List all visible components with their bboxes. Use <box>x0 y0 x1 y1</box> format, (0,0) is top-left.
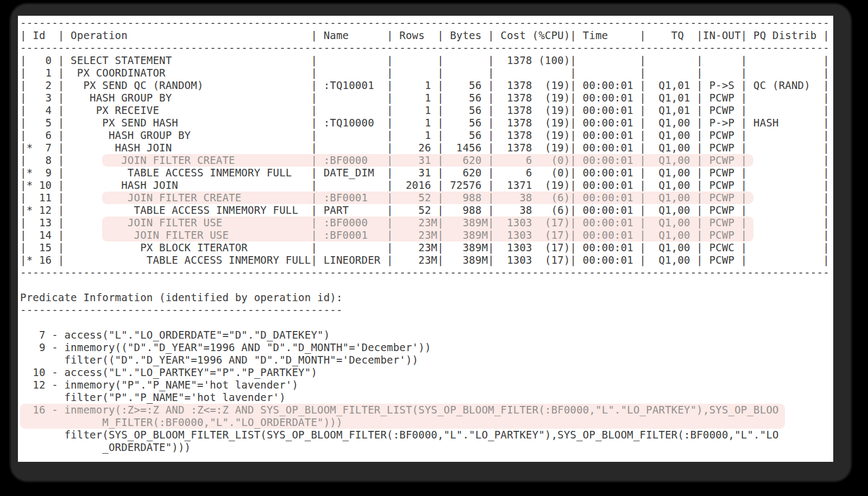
plan-table-row-4: | 4 | PX RECEIVE | | 1 | 56 | 1378 (19)|… <box>20 104 829 117</box>
blank-line <box>20 279 829 291</box>
sql-plan-output-panel: ----------------------------------------… <box>18 16 833 462</box>
explain-plan-text: ----------------------------------------… <box>20 17 829 454</box>
predicate-line-9: _ORDERDATE"))) <box>20 441 829 454</box>
plan-table-header: | Id | Operation | Name | Rows | Bytes |… <box>20 29 829 42</box>
predicate-line-3: 10 - access("L"."LO_PARTKEY"="P"."P_PART… <box>20 366 829 379</box>
plan-table-row-14: | 14 | JOIN FILTER USE | :BF0001 | 23M| … <box>20 229 829 241</box>
highlight-region: JOIN FILTER USE | :BF0001 | 23M| 389M| 1… <box>102 229 753 241</box>
highlight-region: JOIN FILTER USE | :BF0000 | 23M| 389M| 1… <box>102 217 753 229</box>
screenshot-root: { "colors": { "background": "#000000", "… <box>0 0 868 496</box>
divider-line: ----------------------------------------… <box>20 17 829 29</box>
blank-line <box>20 316 829 329</box>
plan-table-row-7: |* 7 | HASH JOIN | | 26 | 1456 | 1378 (1… <box>20 142 829 154</box>
plan-table-row-0: | 0 | SELECT STATEMENT | | | | 1378 (100… <box>20 54 829 67</box>
plan-table-row-16: |* 16 | TABLE ACCESS INMEMORY FULL| LINE… <box>20 254 829 266</box>
divider-line: ----------------------------------------… <box>20 304 829 316</box>
predicate-line-2: filter(("D"."D_YEAR"=1996 AND "D"."D_MON… <box>20 354 829 366</box>
predicate-line-5: filter("P"."P_NAME"='hot lavender') <box>20 391 829 404</box>
predicate-line-4: 12 - inmemory("P"."P_NAME"='hot lavender… <box>20 379 829 391</box>
divider-line: ----------------------------------------… <box>20 266 829 279</box>
highlight-region: 16 - inmemory(:Z>=:Z AND :Z<=:Z AND SYS_… <box>20 404 785 416</box>
plan-table-row-13: | 13 | JOIN FILTER USE | :BF0000 | 23M| … <box>20 217 829 229</box>
highlight-region: JOIN FILTER CREATE | :BF0000 | 31 | 620 … <box>102 154 753 167</box>
highlight-region: JOIN FILTER CREATE | :BF0001 | 52 | 988 … <box>102 192 753 204</box>
predicate-line-7: M_FILTER(:BF0000,"L"."LO_ORDERDATE"))) <box>20 416 829 429</box>
plan-table-row-12: |* 12 | TABLE ACCESS INMEMORY FULL | PAR… <box>20 204 829 217</box>
plan-table-row-10: |* 10 | HASH JOIN | | 2016 | 72576 | 137… <box>20 179 829 192</box>
plan-table-row-1: | 1 | PX COORDINATOR | | | | | | | | | <box>20 67 829 79</box>
highlight-region: M_FILTER(:BF0000,"L"."LO_ORDERDATE"))) <box>20 416 785 429</box>
predicate-line-1: 9 - inmemory(("D"."D_YEAR"=1996 AND "D".… <box>20 341 829 354</box>
plan-table-row-6: | 6 | HASH GROUP BY | | 1 | 56 | 1378 (1… <box>20 129 829 142</box>
plan-table-row-3: | 3 | HASH GROUP BY | | 1 | 56 | 1378 (1… <box>20 92 829 104</box>
predicate-line-6: 16 - inmemory(:Z>=:Z AND :Z<=:Z AND SYS_… <box>20 404 829 416</box>
plan-table-row-5: | 5 | PX SEND HASH | :TQ10000 | 1 | 56 |… <box>20 117 829 129</box>
plan-table-row-15: | 15 | PX BLOCK ITERATOR | | 23M| 389M| … <box>20 241 829 254</box>
plan-table-row-9: |* 9 | TABLE ACCESS INMEMORY FULL | DATE… <box>20 167 829 179</box>
divider-line: ----------------------------------------… <box>20 42 829 54</box>
predicate-line-8: filter(SYS_OP_BLOOM_FILTER_LIST(SYS_OP_B… <box>20 429 829 441</box>
predicate-info-title: Predicate Information (identified by ope… <box>20 291 829 304</box>
plan-table-row-2: | 2 | PX SEND QC (RANDOM) | :TQ10001 | 1… <box>20 79 829 92</box>
plan-table-row-8: | 8 | JOIN FILTER CREATE | :BF0000 | 31 … <box>20 154 829 167</box>
plan-table-row-11: | 11 | JOIN FILTER CREATE | :BF0001 | 52… <box>20 192 829 204</box>
predicate-line-0: 7 - access("L"."LO_ORDERDATE"="D"."D_DAT… <box>20 329 829 341</box>
